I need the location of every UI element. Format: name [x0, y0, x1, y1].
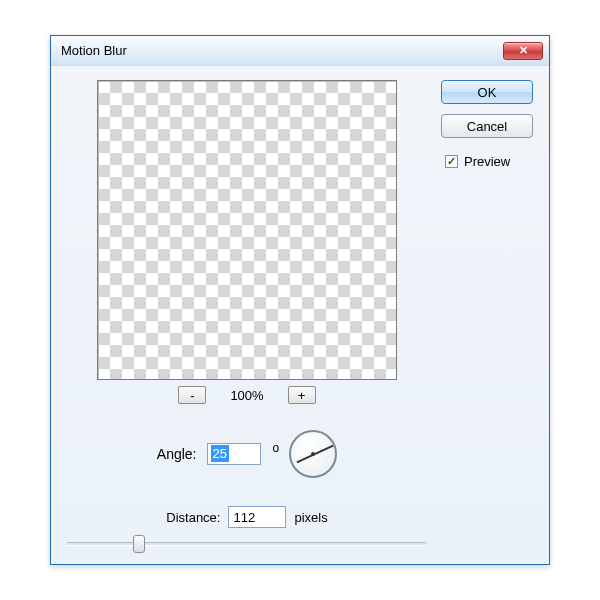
right-column: OK Cancel ✓ Preview	[441, 80, 533, 546]
check-icon: ✓	[447, 155, 456, 168]
angle-input[interactable]: 25	[207, 443, 261, 465]
distance-label: Distance:	[166, 510, 220, 525]
distance-input[interactable]	[228, 506, 286, 528]
angle-dial[interactable]	[289, 430, 337, 478]
angle-value: 25	[211, 445, 229, 462]
close-button[interactable]: ✕	[503, 42, 543, 60]
zoom-level: 100%	[230, 388, 263, 403]
minus-icon: -	[190, 389, 194, 402]
preview-label: Preview	[464, 154, 510, 169]
angle-input-wrap: 25	[207, 443, 261, 465]
zoom-controls: - 100% +	[178, 386, 315, 404]
motion-blur-dialog: Motion Blur ✕ - 100% + Angle: 25 o	[50, 35, 550, 565]
angle-row: Angle: 25 o	[157, 430, 337, 478]
close-icon: ✕	[519, 44, 528, 57]
dialog-title: Motion Blur	[61, 43, 127, 58]
distance-row: Distance: pixels	[166, 506, 327, 528]
zoom-out-button[interactable]: -	[178, 386, 206, 404]
zoom-in-button[interactable]: +	[288, 386, 316, 404]
preview-checkbox[interactable]: ✓	[445, 155, 458, 168]
dialog-body: - 100% + Angle: 25 o Distance: pixels	[51, 66, 549, 564]
titlebar[interactable]: Motion Blur ✕	[51, 36, 549, 66]
cancel-label: Cancel	[467, 119, 507, 134]
degree-symbol: o	[273, 441, 280, 455]
distance-slider[interactable]	[67, 542, 427, 546]
ok-label: OK	[478, 85, 497, 100]
slider-thumb[interactable]	[133, 535, 145, 553]
preview-canvas[interactable]	[97, 80, 397, 380]
preview-toggle-row: ✓ Preview	[441, 154, 533, 169]
ok-button[interactable]: OK	[441, 80, 533, 104]
distance-unit: pixels	[294, 510, 327, 525]
angle-label: Angle:	[157, 446, 197, 462]
cancel-button[interactable]: Cancel	[441, 114, 533, 138]
left-column: - 100% + Angle: 25 o Distance: pixels	[67, 80, 427, 546]
plus-icon: +	[298, 389, 306, 402]
